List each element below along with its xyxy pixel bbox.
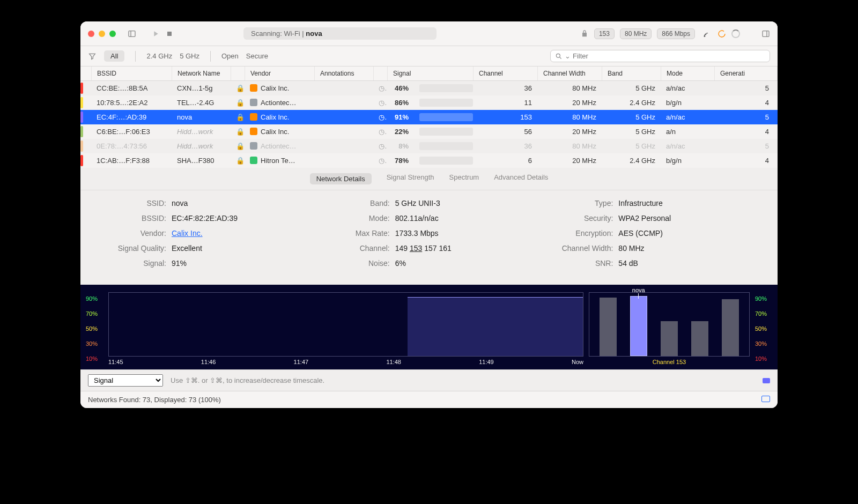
cell-bssid: 0E:78:…4:73:56 bbox=[91, 142, 172, 150]
close-window-button[interactable] bbox=[88, 31, 94, 37]
titlebar: Scanning: Wi-Fi | nova 153 80 MHz 866 Mb… bbox=[80, 21, 778, 46]
cell-vendor: Actiontec… bbox=[245, 99, 314, 107]
lock-icon: 🔒 bbox=[236, 128, 245, 136]
cell-channel: 153 bbox=[473, 113, 537, 121]
gauge-icon: ◷ bbox=[373, 99, 387, 107]
cell-signal: 91% bbox=[387, 113, 414, 121]
channel-width-pill[interactable]: 80 MHz bbox=[620, 28, 652, 39]
cell-bssid: CC:BE:…:8B:5A bbox=[91, 84, 172, 92]
filter-icon[interactable] bbox=[88, 52, 97, 61]
col-signal[interactable]: Signal bbox=[388, 66, 474, 80]
col-mode[interactable]: Mode bbox=[661, 66, 715, 80]
chevron-down-icon[interactable]: ⌄ bbox=[565, 52, 571, 60]
tab-spectrum[interactable]: Spectrum bbox=[449, 173, 479, 184]
value-bssid: EC:4F:82:2E:AD:39 bbox=[172, 214, 238, 223]
status-network: nova bbox=[306, 29, 322, 38]
status-prefix: Scanning: Wi-Fi | bbox=[251, 29, 306, 38]
col-annotations[interactable]: Annotations bbox=[315, 66, 374, 80]
table-row[interactable]: C6:BE:…F:06:E3Hidd…work🔒Calix Inc.◷22%56… bbox=[80, 124, 778, 139]
display-icon[interactable] bbox=[761, 396, 770, 402]
zoom-window-button[interactable] bbox=[109, 31, 116, 37]
cast-icon[interactable] bbox=[704, 29, 712, 38]
sidebar-toggle-icon[interactable] bbox=[128, 29, 136, 38]
cell-channel-width: 80 MHz bbox=[537, 84, 602, 92]
table-row[interactable]: 1C:AB:…F:F3:88SHA…F380🔒Hitron Te…◷78%620… bbox=[80, 153, 778, 168]
table-row[interactable]: 10:78:5…:2E:A2TEL…-2.4G🔒Actiontec…◷86%11… bbox=[80, 95, 778, 110]
label-security: Security: bbox=[549, 214, 618, 223]
cell-band: 5 GHz bbox=[602, 142, 661, 150]
channel-bar bbox=[600, 298, 617, 356]
channel-bar: nova bbox=[630, 296, 647, 356]
status-bar: Networks Found: 73, Displayed: 73 (100%) bbox=[80, 391, 778, 408]
table-row[interactable]: EC:4F:…:AD:39nova🔒Calix Inc.◷91%15380 MH… bbox=[80, 110, 778, 124]
signal-bar bbox=[419, 157, 473, 165]
channel-bar bbox=[661, 321, 678, 356]
segment-2.4ghz[interactable]: 2.4 GHz bbox=[146, 52, 172, 60]
label-max-rate: Max Rate: bbox=[326, 229, 395, 238]
table-header: BSSID Network Name Vendor Annotations Si… bbox=[80, 66, 778, 81]
cell-generation: 5 bbox=[714, 113, 778, 121]
segment-5ghz[interactable]: 5 GHz bbox=[180, 52, 199, 60]
table-row[interactable]: CC:BE:…:8B:5ACXN…1-5g🔒Calix Inc.◷46%3680… bbox=[80, 81, 778, 95]
rate-pill[interactable]: 866 Mbps bbox=[657, 28, 695, 39]
channel-bar bbox=[691, 321, 708, 356]
col-vendor[interactable]: Vendor bbox=[245, 66, 315, 80]
cell-bssid: C6:BE:…F:06:E3 bbox=[91, 128, 172, 136]
value-noise: 6% bbox=[395, 259, 406, 268]
refresh-icon[interactable] bbox=[718, 29, 726, 38]
table-row[interactable]: 0E:78:…4:73:56Hidd…work🔒Actiontec…◷8%368… bbox=[80, 139, 778, 153]
label-noise: Noise: bbox=[326, 259, 395, 268]
value-type: Infrastructure bbox=[618, 199, 662, 207]
segment-open[interactable]: Open bbox=[221, 52, 239, 60]
segment-all[interactable]: All bbox=[104, 50, 124, 62]
vendor-icon bbox=[250, 113, 257, 121]
tab-advanced-details[interactable]: Advanced Details bbox=[494, 173, 548, 184]
signal-bar bbox=[419, 128, 473, 136]
label-channel-width: Channel Width: bbox=[549, 244, 618, 253]
col-band[interactable]: Band bbox=[602, 66, 661, 80]
lock-icon: 🔒 bbox=[236, 157, 245, 165]
label-type: Type: bbox=[549, 199, 618, 207]
col-network-name[interactable]: Network Name bbox=[172, 66, 231, 80]
value-max-rate: 1733.3 Mbps bbox=[395, 229, 439, 238]
cell-network-name: TEL…-2.4G bbox=[172, 99, 231, 107]
right-sidebar-icon[interactable] bbox=[761, 29, 770, 38]
bar-highlight-label: nova bbox=[631, 287, 647, 299]
tab-network-details[interactable]: Network Details bbox=[310, 173, 372, 184]
chart-mode-select[interactable]: Signal bbox=[88, 374, 163, 387]
cell-mode: b/g/n bbox=[661, 99, 714, 107]
cell-bssid: EC:4F:…:AD:39 bbox=[91, 113, 172, 121]
row-color-edge bbox=[80, 83, 83, 94]
col-channel-width[interactable]: Channel Width bbox=[538, 66, 602, 80]
network-table: CC:BE:…:8B:5ACXN…1-5g🔒Calix Inc.◷46%3680… bbox=[80, 81, 778, 168]
color-swatch[interactable] bbox=[763, 378, 770, 383]
signal-bar bbox=[419, 113, 473, 121]
tab-signal-strength[interactable]: Signal Strength bbox=[387, 173, 434, 184]
footer-controls: Signal Use ⇧⌘. or ⇧⌘, to increase/decrea… bbox=[80, 369, 778, 391]
minimize-window-button[interactable] bbox=[99, 31, 105, 37]
segment-secure[interactable]: Secure bbox=[246, 52, 268, 60]
play-icon[interactable] bbox=[151, 29, 160, 38]
channel-pill[interactable]: 153 bbox=[594, 28, 615, 39]
y-axis-left: 90%70%50%30%10% bbox=[86, 292, 103, 365]
filter-search-box[interactable]: ⌄ bbox=[550, 50, 770, 62]
col-channel[interactable]: Channel bbox=[474, 66, 538, 80]
traffic-lights bbox=[88, 31, 116, 37]
filter-input[interactable] bbox=[573, 52, 765, 60]
label-mode: Mode: bbox=[326, 214, 395, 223]
cell-signal: 8% bbox=[387, 142, 414, 150]
row-color-edge bbox=[80, 155, 83, 166]
vendor-icon bbox=[250, 99, 257, 106]
cell-channel: 36 bbox=[473, 142, 537, 150]
col-generation[interactable]: Generati bbox=[715, 66, 778, 80]
col-bssid[interactable]: BSSID bbox=[92, 66, 172, 80]
stop-icon[interactable] bbox=[165, 29, 174, 38]
vendor-icon bbox=[250, 142, 257, 150]
signal-line-chart[interactable] bbox=[108, 292, 583, 357]
channel-bar-chart[interactable]: nova bbox=[589, 292, 750, 357]
cell-mode: a/n/ac bbox=[661, 84, 714, 92]
value-vendor-link[interactable]: Calix Inc. bbox=[172, 229, 203, 238]
svg-line-7 bbox=[559, 57, 561, 58]
cell-channel-width: 80 MHz bbox=[537, 142, 602, 150]
cell-generation: 4 bbox=[714, 128, 778, 136]
